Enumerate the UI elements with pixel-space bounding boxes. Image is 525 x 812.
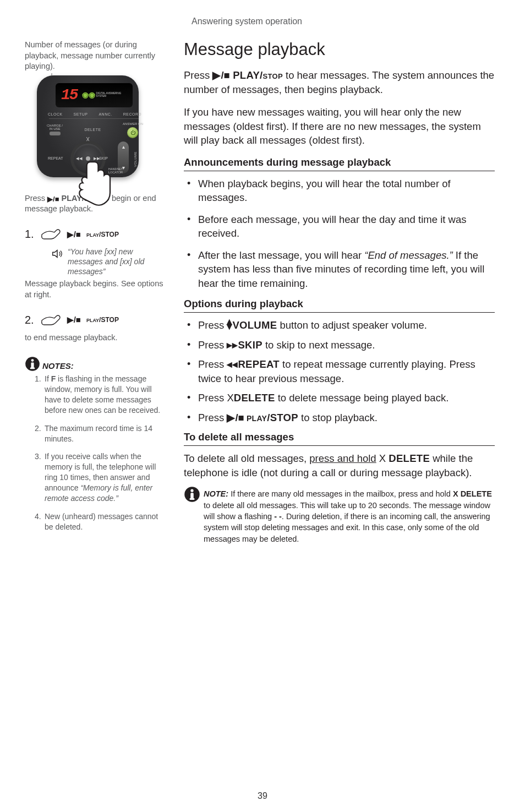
voice-prompt: “You have [xx] new messages and [xx] old… bbox=[51, 247, 165, 277]
play-stop-icon: ▶/■ bbox=[227, 412, 244, 423]
x-label: X bbox=[86, 136, 90, 144]
notes-title: NOTES: bbox=[42, 361, 74, 372]
step-1: 1. ▶/■ PLAY/STOP bbox=[25, 227, 165, 242]
options-list: Press ▴▾VOLUME button to adjust speaker … bbox=[184, 318, 495, 424]
section-header: Answering system operation bbox=[192, 17, 495, 26]
play-stop-icon: ▶/■ bbox=[47, 195, 59, 203]
announcements-list: When playback begins, you will hear the … bbox=[184, 177, 495, 291]
charge-label: CHARGE / IN USE bbox=[47, 124, 63, 130]
list-item: Press ▸▸SKIP to skip to next message. bbox=[184, 338, 495, 352]
intro-caption: Number of messages (or during playback, … bbox=[25, 40, 165, 72]
delete-heading: To delete all messages bbox=[184, 431, 495, 446]
left-column: Number of messages (or during playback, … bbox=[25, 40, 165, 544]
list-item: When playback begins, you will hear the … bbox=[184, 177, 495, 205]
press-gesture-icon bbox=[40, 227, 62, 242]
note-body: If there are many old messages in the ma… bbox=[204, 489, 492, 543]
announcements-heading: Announcements during message playback bbox=[184, 156, 495, 171]
notes-list: If F is flashing in the message window, … bbox=[25, 374, 165, 532]
page-number: 39 bbox=[0, 791, 525, 801]
annc-label: ANNC. bbox=[99, 112, 112, 117]
svg-point-3 bbox=[31, 359, 34, 362]
play-stop-label: PLAY/STOP bbox=[86, 230, 119, 239]
setup-label: SETUP bbox=[74, 112, 88, 117]
note-item: The maximum record time is 14 minutes. bbox=[35, 423, 165, 444]
intro-paragraph-2: If you have new messages waiting, you wi… bbox=[184, 105, 495, 148]
volume-label: VOLUME bbox=[133, 151, 138, 167]
clock-label: CLOCK bbox=[48, 112, 63, 117]
list-item: Press ◂◂REPEAT to repeat message current… bbox=[184, 357, 495, 385]
note-item: New (unheard) messages cannot be deleted… bbox=[35, 511, 165, 532]
page-title: Message playback bbox=[184, 40, 495, 59]
delete-paragraph: To delete all old messages, press and ho… bbox=[184, 451, 495, 479]
info-icon bbox=[184, 486, 200, 503]
press-gesture-icon bbox=[40, 313, 62, 328]
step-2: 2. ▶/■ PLAY/STOP bbox=[25, 313, 165, 328]
play-stop-label: PLAY/STOP bbox=[86, 315, 119, 324]
play-stop-icon: ▶/■ bbox=[212, 69, 229, 81]
svg-rect-9 bbox=[190, 498, 195, 500]
info-icon bbox=[25, 356, 40, 372]
answer-label: ANSWER ON bbox=[123, 122, 143, 126]
vol-up-icon: ▴ bbox=[122, 144, 125, 150]
play-stop-icon: ▶/■ bbox=[67, 314, 81, 325]
list-item: Press XDELETE to delete message being pl… bbox=[184, 391, 495, 405]
list-item: Press ▶/■ PLAY/STOP to stop playback. bbox=[184, 411, 495, 425]
delete-label: DELETE bbox=[84, 127, 101, 132]
speaker-icon bbox=[51, 248, 63, 260]
note-item: If F is flashing in the message window, … bbox=[35, 374, 165, 416]
volume-arrows-icon: ▴▾ bbox=[227, 319, 232, 329]
svg-rect-4 bbox=[31, 362, 34, 368]
repeat-label: REPEAT bbox=[48, 156, 63, 161]
ffwd-icon: ▸▸ bbox=[227, 339, 238, 351]
step-1-caption: Message playback begins. See options at … bbox=[25, 279, 165, 300]
message-count-display: 15 bbox=[61, 85, 78, 106]
play-stop-icon: ▶/■ bbox=[67, 229, 81, 240]
right-column: Message playback Press ▶/■ PLAY/STOP to … bbox=[184, 40, 495, 544]
note-lead: NOTE: bbox=[204, 489, 228, 498]
step-2-number: 2. bbox=[25, 313, 34, 328]
brand-sub: DIGITAL ANSWERING SYSTEM bbox=[96, 92, 127, 97]
rew-icon: ◂◂ bbox=[227, 358, 238, 370]
charge-led bbox=[50, 132, 61, 135]
record-label: RECORD bbox=[123, 112, 141, 117]
list-item: Before each message, you will hear the d… bbox=[184, 212, 495, 241]
note-item: If you receive calls when the memory is … bbox=[35, 451, 165, 503]
power-icon: ⏻ bbox=[127, 127, 138, 138]
svg-point-7 bbox=[190, 489, 193, 492]
svg-rect-8 bbox=[190, 493, 194, 499]
options-heading: Options during playback bbox=[184, 298, 495, 313]
footer-note: NOTE: If there are many old messages in … bbox=[184, 488, 495, 544]
list-item: Press ▴▾VOLUME button to adjust speaker … bbox=[184, 318, 495, 333]
notes-heading: NOTES: bbox=[25, 356, 165, 372]
device-illustration: 15 ◉◉DIGITAL ANSWERING SYSTEM CLOCK SETU… bbox=[30, 75, 146, 191]
hand-press-icon bbox=[65, 158, 115, 208]
intro-paragraph-1: Press ▶/■ PLAY/STOP to hear messages. Th… bbox=[184, 68, 495, 96]
step-1-number: 1. bbox=[25, 227, 34, 242]
svg-rect-5 bbox=[30, 368, 35, 369]
voice-prompt-text: “You have [xx] new messages and [xx] old… bbox=[68, 247, 165, 277]
list-item: After the last message, you will hear “E… bbox=[184, 248, 495, 291]
tape-icon: ◉◉ bbox=[82, 90, 95, 100]
step-2-caption: to end message playback. bbox=[25, 333, 165, 344]
